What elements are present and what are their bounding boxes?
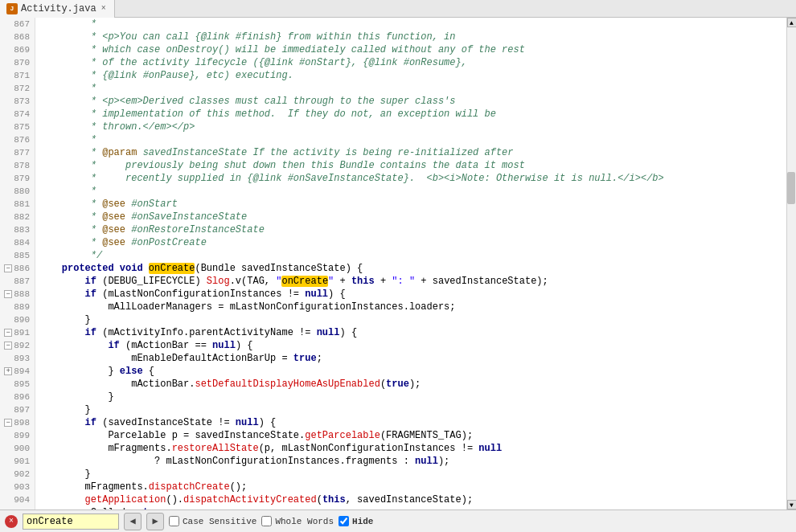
vertical-scrollbar[interactable]: ▲ ▼ bbox=[786, 18, 796, 509]
code-line-878: * previously being shut down then this B… bbox=[39, 159, 786, 172]
fold-icon-894[interactable]: + bbox=[4, 367, 12, 375]
code-line-881: * @see #onStart bbox=[39, 198, 786, 211]
tab-label: Activity.java bbox=[21, 3, 96, 14]
tab-close-button[interactable]: × bbox=[100, 3, 108, 14]
code-line-890: } bbox=[39, 313, 786, 326]
code-line-885: */ bbox=[39, 249, 786, 262]
code-line-897: } bbox=[39, 403, 786, 416]
code-line-887: if (DEBUG_LIFECYCLE) Slog.v(TAG, "onCrea… bbox=[39, 275, 786, 288]
line-num-891: − 891 bbox=[0, 326, 35, 339]
line-num-878: 878 bbox=[0, 159, 35, 172]
line-num-877: 877 bbox=[0, 146, 35, 159]
line-num-879: 879 bbox=[0, 172, 35, 185]
line-num-902: 902 bbox=[0, 468, 35, 481]
code-line-902: } bbox=[39, 468, 786, 481]
code-line-877: * @param savedInstanceState If the activ… bbox=[39, 146, 786, 159]
code-line-905: mCalled = true; bbox=[39, 506, 786, 509]
search-prev-button[interactable]: ◀ bbox=[124, 513, 142, 530]
tab-activity-java[interactable]: J Activity.java × bbox=[0, 0, 115, 18]
code-line-868: * <p>You can call {@link #finish} from w… bbox=[39, 31, 786, 43]
fold-icon-892[interactable]: − bbox=[4, 342, 12, 350]
code-line-901: ? mLastNonConfigurationInstances.fragmen… bbox=[39, 455, 786, 468]
code-line-875: * thrown.</em></p> bbox=[39, 121, 786, 133]
line-num-894: + 894 bbox=[0, 365, 35, 378]
code-line-880: * bbox=[39, 185, 786, 198]
fold-icon-888[interactable]: − bbox=[4, 290, 12, 298]
line-num-895: 895 bbox=[0, 378, 35, 391]
code-line-900: mFragments.restoreAllState(p, mLastNonCo… bbox=[39, 442, 786, 455]
line-num-873: 873 bbox=[0, 95, 35, 108]
line-num-868: 868 bbox=[0, 31, 35, 43]
scroll-up-button[interactable]: ▲ bbox=[787, 18, 797, 27]
whole-words-label: Whole Words bbox=[275, 517, 334, 526]
line-num-903: 903 bbox=[0, 481, 35, 493]
code-line-869: * which case onDestroy() will be immedia… bbox=[39, 43, 786, 56]
line-num-883: 883 bbox=[0, 223, 35, 236]
line-num-869: 869 bbox=[0, 43, 35, 56]
code-line-892: if (mActionBar == null) { bbox=[39, 339, 786, 352]
code-line-893: mEnableDefaultActionBarUp = true; bbox=[39, 352, 786, 365]
line-num-880: 880 bbox=[0, 185, 35, 198]
code-line-889: mAllLoaderManagers = mLastNonConfigurati… bbox=[39, 301, 786, 313]
code-line-884: * @see #onPostCreate bbox=[39, 236, 786, 249]
line-num-899: 899 bbox=[0, 429, 35, 442]
case-sensitive-label: Case Sensitive bbox=[183, 517, 256, 526]
line-num-905: 905 bbox=[0, 506, 35, 509]
hide-option[interactable]: Hide bbox=[339, 516, 373, 526]
line-numbers-gutter: 867 868 869 870 871 872 873 874 875 876 … bbox=[0, 18, 35, 509]
line-num-889: 889 bbox=[0, 301, 35, 313]
line-num-876: 876 bbox=[0, 133, 35, 146]
line-num-897: 897 bbox=[0, 403, 35, 416]
whole-words-checkbox[interactable] bbox=[261, 516, 272, 526]
line-num-887: 887 bbox=[0, 275, 35, 288]
code-line-895: mActionBar.setDefaultDisplayHomeAsUpEnab… bbox=[39, 378, 786, 391]
whole-words-option[interactable]: Whole Words bbox=[261, 516, 334, 526]
line-num-896: 896 bbox=[0, 391, 35, 403]
code-line-894: } else { bbox=[39, 365, 786, 378]
line-num-874: 874 bbox=[0, 108, 35, 121]
line-num-901: 901 bbox=[0, 455, 35, 468]
search-input[interactable] bbox=[23, 514, 119, 530]
code-line-879: * recently supplied in {@link #onSaveIns… bbox=[39, 172, 786, 185]
code-line-870: * of the activity lifecycle ({@link #onS… bbox=[39, 56, 786, 69]
code-line-886: protected void onCreate(Bundle savedInst… bbox=[39, 262, 786, 275]
scroll-thumb[interactable] bbox=[787, 172, 795, 204]
case-sensitive-option[interactable]: Case Sensitive bbox=[169, 516, 256, 526]
editor-container: 867 868 869 870 871 872 873 874 875 876 … bbox=[0, 18, 796, 509]
line-num-884: 884 bbox=[0, 236, 35, 249]
line-num-875: 875 bbox=[0, 121, 35, 133]
line-num-888: − 888 bbox=[0, 288, 35, 301]
fold-icon-898[interactable]: − bbox=[4, 419, 12, 427]
code-line-891: if (mActivityInfo.parentActivityName != … bbox=[39, 326, 786, 339]
search-bar: × ◀ ▶ Case Sensitive Whole Words Hide bbox=[0, 509, 796, 532]
fold-icon-891[interactable]: − bbox=[4, 329, 12, 337]
fold-icon-886[interactable]: − bbox=[4, 264, 12, 272]
scroll-down-button[interactable]: ▼ bbox=[787, 500, 797, 509]
code-line-867: * bbox=[39, 18, 786, 31]
line-num-867: 867 bbox=[0, 18, 35, 31]
editor-scroll: 867 868 869 870 871 872 873 874 875 876 … bbox=[0, 18, 796, 509]
line-num-900: 900 bbox=[0, 442, 35, 455]
line-num-893: 893 bbox=[0, 352, 35, 365]
code-line-882: * @see #onSaveInstanceState bbox=[39, 211, 786, 223]
search-next-button[interactable]: ▶ bbox=[146, 513, 164, 530]
line-num-890: 890 bbox=[0, 313, 35, 326]
code-line-883: * @see #onRestoreInstanceState bbox=[39, 223, 786, 236]
line-num-871: 871 bbox=[0, 69, 35, 82]
line-num-904: 904 bbox=[0, 493, 35, 506]
line-num-898: − 898 bbox=[0, 416, 35, 429]
line-num-870: 870 bbox=[0, 56, 35, 69]
hide-checkbox[interactable] bbox=[339, 516, 349, 526]
code-line-904: getApplication().dispatchActivityCreated… bbox=[39, 493, 786, 506]
hide-label: Hide bbox=[352, 517, 373, 526]
code-line-898: if (savedInstanceState != null) { bbox=[39, 416, 786, 429]
code-line-888: if (mLastNonConfigurationInstances != nu… bbox=[39, 288, 786, 301]
line-num-881: 881 bbox=[0, 198, 35, 211]
code-line-871: * {@link #onPause}, etc) executing. bbox=[39, 69, 786, 82]
code-line-873: * <p><em>Derived classes must call throu… bbox=[39, 95, 786, 108]
case-sensitive-checkbox[interactable] bbox=[169, 516, 179, 526]
code-area[interactable]: * * <p>You can call {@link #finish} from… bbox=[35, 18, 786, 509]
code-line-903: mFragments.dispatchCreate(); bbox=[39, 481, 786, 493]
search-close-button[interactable]: × bbox=[5, 515, 18, 528]
code-line-876: * bbox=[39, 133, 786, 146]
